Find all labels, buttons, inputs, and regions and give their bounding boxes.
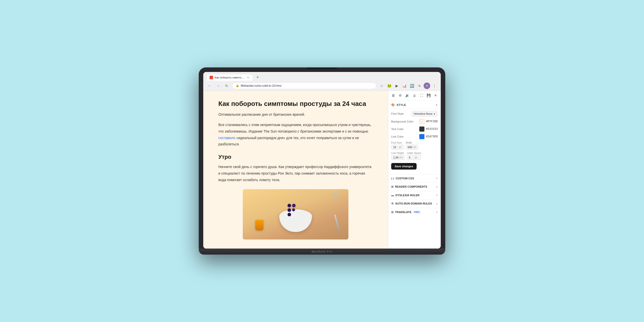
custom-css-section: { } CUSTOM CSS ∨ bbox=[388, 174, 441, 182]
reader-components-arrow: ∨ bbox=[436, 185, 438, 188]
translate-title: ⊞ TRANSLATE PRO bbox=[391, 211, 421, 214]
extension-icon-3[interactable]: 📊 bbox=[401, 83, 408, 89]
reader-components-icon: ⊞ bbox=[391, 185, 393, 188]
address-bar[interactable]: 🔒 lifehacker.ru/no-cold-in-24-hrs/ bbox=[232, 83, 376, 89]
font-size-value: 16 bbox=[393, 146, 398, 149]
letter-space-input[interactable]: 0 px bbox=[407, 155, 421, 160]
print-icon[interactable]: 🖨 bbox=[412, 93, 417, 98]
custom-css-arrow: ∨ bbox=[436, 177, 438, 180]
tab-close-button[interactable]: ✕ bbox=[246, 76, 250, 79]
article-title: Как побороть симптомы простуды за 24 час… bbox=[218, 100, 373, 108]
translate-icon: ⊞ bbox=[391, 211, 393, 214]
width-input[interactable]: 680 px bbox=[406, 145, 418, 150]
nav-actions: ☆ 🐸 ▶ 📊 🔤 ≡ A ⋮ bbox=[378, 83, 438, 89]
font-size-input[interactable]: 16 px bbox=[391, 145, 404, 150]
translate-header[interactable]: ⊞ TRANSLATE PRO ∨ bbox=[388, 208, 441, 216]
save-changes-button[interactable]: Save changes bbox=[391, 163, 417, 170]
letter-space-group: Letter Space 0 px bbox=[407, 152, 421, 160]
style-collapse-button[interactable]: ∧ bbox=[435, 103, 438, 107]
font-size-label: Font Size bbox=[391, 141, 404, 144]
reader-panel: 🗑 ⚙ 🔊 🖨 ⛶ 💾 ✕ 🎨 STYLE ∧ bbox=[388, 91, 441, 249]
article-body-2: Начните свой день с горячего душа. Как у… bbox=[218, 164, 373, 183]
extension-icon-2[interactable]: ▶ bbox=[393, 83, 400, 89]
auto-run-arrow: ∨ bbox=[436, 202, 438, 205]
dyslexia-ruler-section: ▬ DYSLEXIA RULER ∨ bbox=[388, 191, 441, 199]
font-style-label: Font Style bbox=[391, 112, 404, 115]
forward-button[interactable]: → bbox=[215, 83, 221, 89]
trash-icon[interactable]: 🗑 bbox=[391, 93, 396, 98]
text-color-hex: #333333 bbox=[426, 127, 438, 131]
tab-favicon bbox=[210, 76, 213, 79]
width-group: Width 680 px bbox=[406, 141, 418, 150]
speaker-icon[interactable]: 🔊 bbox=[405, 93, 410, 98]
article-area: Как побороть симптомы простуды за 24 час… bbox=[203, 91, 388, 249]
dyslexia-ruler-title: ▬ DYSLEXIA RULER bbox=[391, 194, 420, 197]
profile-icon[interactable]: A bbox=[424, 83, 430, 89]
laptop-notch bbox=[307, 67, 337, 69]
font-style-row: Font Style Helvetica Neue ∨ bbox=[391, 111, 438, 117]
save-icon[interactable]: 💾 bbox=[426, 93, 431, 98]
line-height-label: Line Height bbox=[391, 152, 405, 154]
auto-run-section: ⚙ AUTO-RUN DOMAIN RULES ∨ bbox=[388, 199, 441, 208]
font-size-width-row: Font Size 16 px Width 680 px bbox=[391, 141, 438, 150]
line-height-letter-space-row: Line Height 1,84 em Letter Space 0 px bbox=[391, 152, 438, 160]
text-color-swatch[interactable] bbox=[419, 126, 425, 132]
auto-run-icon: ⚙ bbox=[391, 202, 394, 205]
close-icon[interactable]: ✕ bbox=[433, 93, 438, 98]
fullscreen-icon[interactable]: ⛶ bbox=[419, 93, 424, 98]
nav-bar: ← → ↻ 🔒 lifehacker.ru/no-cold-in-24-hrs/… bbox=[203, 81, 441, 91]
chevron-down-icon: ∨ bbox=[433, 112, 435, 115]
extension-icon-1[interactable]: 🐸 bbox=[386, 83, 392, 89]
tab-bar: Как побороть симптомы прос… ✕ + bbox=[203, 72, 441, 81]
link-color-value: #1A73E8 bbox=[419, 134, 438, 139]
reader-toolbar: 🗑 ⚙ 🔊 🖨 ⛶ 💾 ✕ bbox=[388, 91, 441, 101]
style-section-header: 🎨 STYLE ∧ bbox=[388, 101, 441, 109]
bg-color-value: #FFF2DD bbox=[419, 119, 438, 124]
link-color-swatch[interactable] bbox=[419, 134, 425, 139]
letter-space-value: 0 bbox=[409, 156, 414, 159]
custom-css-header[interactable]: { } CUSTOM CSS ∨ bbox=[388, 174, 441, 182]
line-height-value: 1,84 bbox=[393, 156, 398, 159]
bookmark-icon[interactable]: ☆ bbox=[378, 83, 385, 89]
translate-arrow: ∨ bbox=[436, 211, 438, 214]
active-tab[interactable]: Как побороть симптомы прос… ✕ bbox=[206, 74, 253, 81]
extension-icon-4[interactable]: 🔤 bbox=[409, 83, 415, 89]
letter-space-unit: px bbox=[415, 156, 417, 159]
laptop-shell: Как побороть симптомы прос… ✕ + ← → ↻ 🔒 … bbox=[199, 67, 445, 255]
link-color-row: Link Color #1A73E8 bbox=[391, 134, 438, 139]
style-section-title: 🎨 STYLE bbox=[391, 103, 406, 107]
browser-content: Как побороть симптомы простуды за 24 час… bbox=[203, 91, 441, 249]
article-section-title: Утро bbox=[218, 154, 373, 160]
text-color-label: Text Color bbox=[391, 128, 404, 131]
font-style-select[interactable]: Helvetica Neue ∨ bbox=[411, 111, 438, 117]
width-label: Width bbox=[406, 141, 418, 144]
custom-css-icon: { } bbox=[391, 177, 394, 180]
bg-color-label: Background Color bbox=[391, 120, 413, 123]
settings-icon[interactable]: ⚙ bbox=[398, 93, 403, 98]
laptop-base: MacBook Pro bbox=[199, 249, 445, 255]
back-button[interactable]: ← bbox=[206, 83, 213, 89]
dyslexia-ruler-header[interactable]: ▬ DYSLEXIA RULER ∨ bbox=[388, 191, 441, 199]
link-color-hex: #1A73E8 bbox=[426, 135, 438, 138]
article-link[interactable]: составило bbox=[218, 136, 235, 140]
bg-color-hex: #FFF2DD bbox=[426, 120, 438, 123]
auto-run-title: ⚙ AUTO-RUN DOMAIN RULES bbox=[391, 202, 432, 205]
article-subtitle: Оптимальное расписание дня от британских… bbox=[218, 112, 373, 117]
laptop-model: MacBook Pro bbox=[312, 250, 332, 253]
bg-color-swatch[interactable] bbox=[419, 119, 425, 124]
line-height-input[interactable]: 1,84 em bbox=[391, 155, 405, 160]
pro-badge: PRO bbox=[413, 211, 421, 214]
new-tab-button[interactable]: + bbox=[254, 74, 261, 81]
reader-components-header[interactable]: ⊞ READER COMPONENTS ∨ bbox=[388, 183, 441, 191]
dyslexia-ruler-icon: ▬ bbox=[391, 194, 394, 197]
refresh-button[interactable]: ↻ bbox=[223, 83, 230, 89]
text-color-value: #333333 bbox=[419, 126, 438, 132]
article-image bbox=[243, 189, 348, 239]
extension-icon-5[interactable]: ≡ bbox=[416, 83, 423, 89]
bg-color-row: Background Color #FFF2DD bbox=[391, 119, 438, 124]
menu-icon[interactable]: ⋮ bbox=[431, 83, 438, 89]
laptop-screen: Как побороть симптомы прос… ✕ + ← → ↻ 🔒 … bbox=[203, 72, 441, 249]
url-text: lifehacker.ru/no-cold-in-24-hrs/ bbox=[241, 84, 281, 88]
line-height-group: Line Height 1,84 em bbox=[391, 152, 405, 160]
auto-run-header[interactable]: ⚙ AUTO-RUN DOMAIN RULES ∨ bbox=[388, 199, 441, 208]
